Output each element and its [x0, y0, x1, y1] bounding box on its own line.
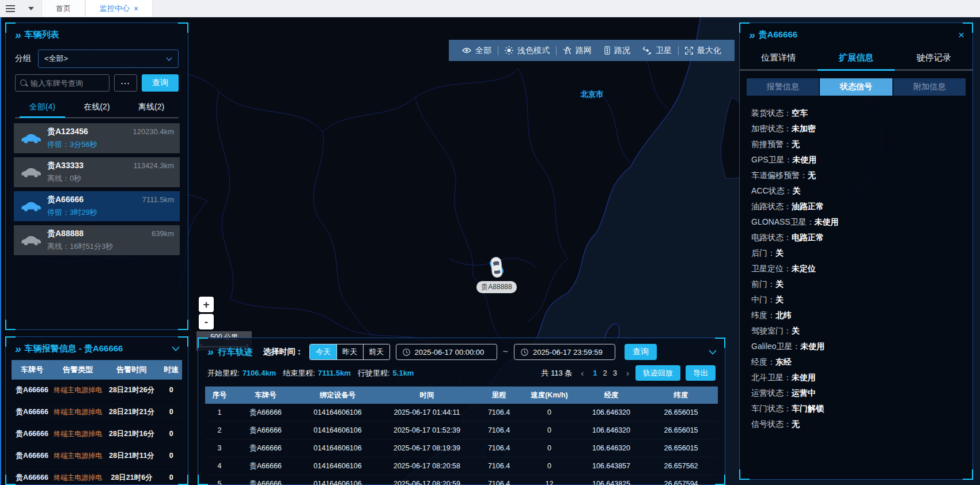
clock-icon: [521, 348, 528, 356]
track-table-row[interactable]: 5 贵A66666 014164606106 2025-06-17 08:20:…: [205, 475, 718, 485]
vehicle-filter-tab[interactable]: 在线(2): [70, 99, 124, 118]
sun-icon: [505, 46, 513, 55]
tab-location-detail[interactable]: 位置详情: [740, 48, 818, 69]
tab-monitor-label: 监控中心: [100, 3, 130, 14]
tab-close-icon[interactable]: ×: [134, 5, 138, 13]
status-label: 中门：: [751, 295, 775, 304]
status-value: 东经: [775, 357, 792, 366]
status-label: GLONASS卫星：: [751, 217, 815, 226]
vehicle-filter-tabs: 全部(4) 在线(2) 离线(2): [15, 99, 179, 118]
chevron-down-icon: [166, 57, 172, 61]
zoom-out-button[interactable]: -: [199, 314, 214, 329]
road-network-icon: [563, 46, 572, 55]
status-item: GLONASS卫星：未使用: [751, 214, 973, 230]
end-time-picker[interactable]: 2025-06-17 23:59:59: [514, 344, 615, 360]
subtab-status-signals[interactable]: 状态信号: [819, 78, 892, 96]
alarm-table-row[interactable]: 贵A66666 终端主电源掉电 28日21时26分 0: [12, 380, 182, 401]
track-table: 序号 车牌号 绑定设备号 时间 里程 速度(Km/h) 经度 纬度 1 贵A66…: [205, 387, 718, 485]
tab-extended-info[interactable]: 扩展信息: [818, 48, 895, 69]
track-table-row[interactable]: 4 贵A66666 014164606106 2025-06-17 08:20:…: [205, 457, 718, 475]
status-value: 空车: [792, 108, 808, 118]
column-header: 告警时间: [103, 365, 160, 375]
alarm-table-row[interactable]: 贵A66666 终端主电源掉电 28日21时11分 0: [12, 445, 182, 467]
page-number[interactable]: 1: [590, 369, 600, 377]
panel-title: 车辆报警信息 - 贵A66666: [25, 343, 123, 354]
page-number[interactable]: 3: [610, 369, 620, 377]
toolbar-label: 浅色模式: [517, 46, 550, 56]
toolbar-traffic[interactable]: 路况: [598, 46, 637, 56]
group-select[interactable]: <全部>: [38, 50, 179, 68]
quick-date-button[interactable]: 昨天: [336, 344, 363, 359]
vehicle-filter-tab[interactable]: 全部(4): [15, 99, 70, 118]
tab-monitor-center[interactable]: 监控中心 ×: [85, 0, 153, 17]
track-query-button[interactable]: 查询: [625, 344, 657, 360]
top-tab-bar: 首页 监控中心 ×: [0, 0, 980, 17]
tab-home[interactable]: 首页: [41, 0, 85, 17]
status-label: 装货状态：: [751, 108, 792, 118]
track-playback-button[interactable]: 轨迹回放: [635, 365, 680, 381]
dropdown-caret-icon[interactable]: [21, 0, 41, 17]
toolbar-show-all[interactable]: 全部: [456, 46, 498, 56]
toolbar-label: 最大化: [697, 46, 721, 56]
corner-bracket: [5, 320, 16, 330]
vehicle-mileage: 7111.5km: [142, 195, 174, 204]
panel-arrow-icon: »: [15, 345, 20, 353]
alarm-table-row[interactable]: 贵A66666 终端主电源掉电 28日21时21分 0: [12, 401, 182, 423]
prev-page-icon[interactable]: ‹: [580, 368, 585, 378]
start-time-picker[interactable]: 2025-06-17 00:00:00: [396, 344, 497, 360]
vehicle-search-button[interactable]: 查询: [142, 74, 179, 92]
status-item: 中门：关: [751, 292, 973, 308]
summary-label: 结束里程:: [283, 368, 315, 378]
vehicle-list-item[interactable]: 贵A123456 120230.4km 停留：3分56秒: [14, 123, 180, 153]
search-input[interactable]: [15, 74, 109, 92]
alarm-table-row[interactable]: 贵A66666 终端主电源掉电 28日21时16分 0: [12, 423, 182, 445]
column-header: 经度: [577, 391, 646, 400]
status-item: 后门：关: [751, 245, 973, 261]
toolbar-road-network[interactable]: 路网: [557, 46, 598, 56]
status-value: 未使用: [815, 217, 839, 226]
vehicle-status: 停留：3分56秒: [47, 139, 174, 150]
map-vehicle-marker[interactable]: 贵A88888: [474, 256, 520, 293]
collapse-menu-icon[interactable]: [0, 0, 21, 17]
next-page-icon[interactable]: ›: [625, 368, 630, 378]
status-item: ACC状态：关: [751, 183, 973, 199]
alarm-table-row[interactable]: 贵A66666 终端主电源掉电 28日21时6分 0: [12, 467, 182, 485]
vehicle-list-item[interactable]: 贵A88888 639km 离线：16时51分3秒: [14, 225, 180, 255]
detail-tabs: 位置详情 扩展信息 驶停记录: [740, 48, 973, 71]
vehicle-filter-tab[interactable]: 离线(2): [124, 99, 179, 118]
status-item: 加密状态：未加密: [751, 121, 973, 137]
status-item: 油路状态：油路正常: [751, 199, 973, 214]
column-header: 告警类型: [53, 365, 103, 375]
track-table-row[interactable]: 3 贵A66666 014164606106 2025-06-17 08:19:…: [205, 439, 718, 457]
toolbar-label: 路况: [614, 46, 630, 56]
tab-drive-stop-records[interactable]: 驶停记录: [895, 48, 973, 69]
page-number[interactable]: 2: [600, 369, 610, 377]
more-options-button[interactable]: ···: [114, 74, 137, 92]
track-table-header: 序号 车牌号 绑定设备号 时间 里程 速度(Km/h) 经度 纬度: [205, 387, 718, 404]
export-button[interactable]: 导出: [686, 365, 716, 381]
panel-arrow-icon: »: [749, 31, 754, 39]
toolbar-satellite[interactable]: 卫星: [637, 46, 678, 56]
subtab-additional-info[interactable]: 附加信息: [892, 78, 966, 96]
quick-date-button[interactable]: 今天: [310, 344, 336, 359]
vehicle-list-item[interactable]: 贵A33333 113424.3km 离线：0秒: [14, 157, 180, 187]
collapse-chevron-icon[interactable]: [709, 350, 717, 355]
vehicle-list-item[interactable]: 贵A66666 7111.5km 停留：3时29秒: [14, 191, 180, 221]
corner-bracket: [739, 469, 750, 480]
subtab-alarm-info[interactable]: 报警信息: [747, 78, 819, 96]
status-label: 北斗卫星：: [751, 373, 792, 382]
close-icon[interactable]: ×: [958, 29, 964, 40]
zoom-in-button[interactable]: +: [199, 297, 214, 312]
driving-track-panel: » 行车轨迹 选择时间： 今天 昨天 前天 2025-06-17 00:00:0…: [198, 338, 725, 485]
status-label: 驾驶室门：: [751, 326, 792, 335]
map-toolbar: 全部 浅色模式 路网 路况 卫星 最大化: [449, 40, 735, 61]
status-value: 关: [792, 326, 800, 335]
toolbar-light-mode[interactable]: 浅色模式: [498, 46, 556, 56]
collapse-chevron-icon[interactable]: [172, 346, 180, 351]
quick-date-button[interactable]: 前天: [363, 344, 389, 359]
toolbar-maximize[interactable]: 最大化: [679, 46, 728, 56]
track-table-row[interactable]: 1 贵A66666 014164606106 2025-06-17 01:44:…: [205, 404, 718, 422]
status-label: 车门状态：: [751, 404, 792, 413]
car-side-icon: [20, 234, 41, 246]
track-table-row[interactable]: 2 贵A66666 014164606106 2025-06-17 01:52:…: [205, 422, 718, 439]
